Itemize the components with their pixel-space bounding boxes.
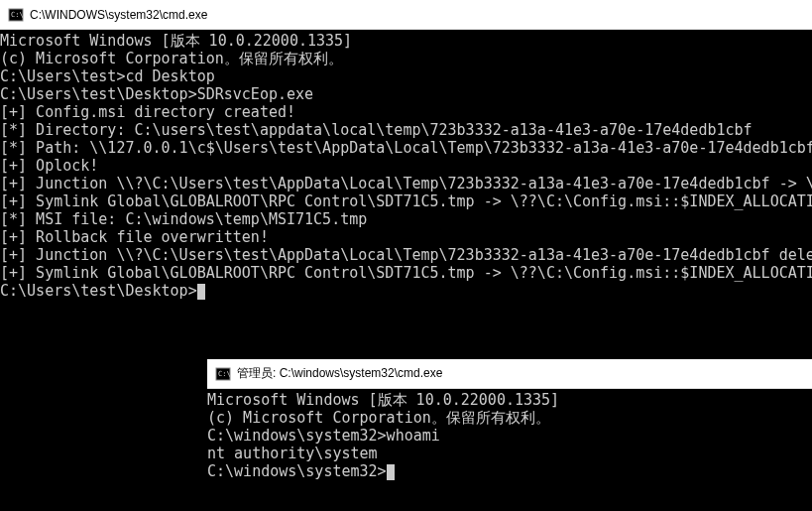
terminal-line: [+] Junction \\?\C:\Users\test\AppData\L…: [0, 175, 812, 192]
terminal-line: [+] Oplock!: [0, 157, 812, 175]
terminal-line: Microsoft Windows [版本 10.0.22000.1335]: [0, 32, 812, 50]
titlebar-main[interactable]: C:\ C:\WINDOWS\system32\cmd.exe: [0, 0, 812, 30]
svg-text:C:\: C:\: [218, 370, 231, 378]
terminal-line: [*] Path: \\127.0.0.1\c$\Users\test\AppD…: [0, 139, 812, 157]
terminal-line: [+] Symlink Global\GLOBALROOT\RPC Contro…: [0, 192, 812, 210]
titlebar-admin-text: 管理员: C:\windows\system32\cmd.exe: [237, 365, 442, 382]
terminal-line: [*] MSI file: C:\windows\temp\MSI71C5.tm…: [0, 210, 812, 228]
terminal-line: C:\Users\test>cd Desktop: [0, 67, 812, 85]
terminal-line: [+] Junction \\?\C:\Users\test\AppData\L…: [0, 246, 812, 264]
terminal-admin[interactable]: Microsoft Windows [版本 10.0.22000.1335](c…: [207, 389, 812, 511]
terminal-line: (c) Microsoft Corporation。保留所有权利。: [0, 50, 812, 67]
terminal-line: Microsoft Windows [版本 10.0.22000.1335]: [207, 391, 812, 409]
terminal-line: C:\windows\system32>: [207, 462, 812, 480]
terminal-line: (c) Microsoft Corporation。保留所有权利。: [207, 409, 812, 427]
terminal-line: C:\Users\test\Desktop>SDRsvcEop.exe: [0, 85, 812, 103]
terminal-line: [+] Config.msi directory created!: [0, 103, 812, 121]
terminal-line: [+] Symlink Global\GLOBALROOT\RPC Contro…: [0, 264, 812, 282]
cmd-icon: C:\: [215, 366, 231, 382]
terminal-line: C:\Users\test\Desktop>: [0, 282, 812, 300]
cmd-icon: C:\: [8, 7, 24, 23]
terminal-line: [+] Rollback file overwritten!: [0, 228, 812, 246]
terminal-line: C:\windows\system32>whoami: [207, 427, 812, 445]
svg-text:C:\: C:\: [11, 11, 24, 19]
cursor: [197, 284, 205, 300]
titlebar-admin[interactable]: C:\ 管理员: C:\windows\system32\cmd.exe: [207, 359, 812, 389]
terminal-line: nt authority\system: [207, 445, 812, 462]
cmd-window-admin: C:\ 管理员: C:\windows\system32\cmd.exe Mic…: [207, 359, 812, 511]
terminal-line: [*] Directory: C:\users\test\appdata\loc…: [0, 121, 812, 139]
titlebar-main-text: C:\WINDOWS\system32\cmd.exe: [30, 8, 207, 22]
cursor: [387, 464, 395, 480]
